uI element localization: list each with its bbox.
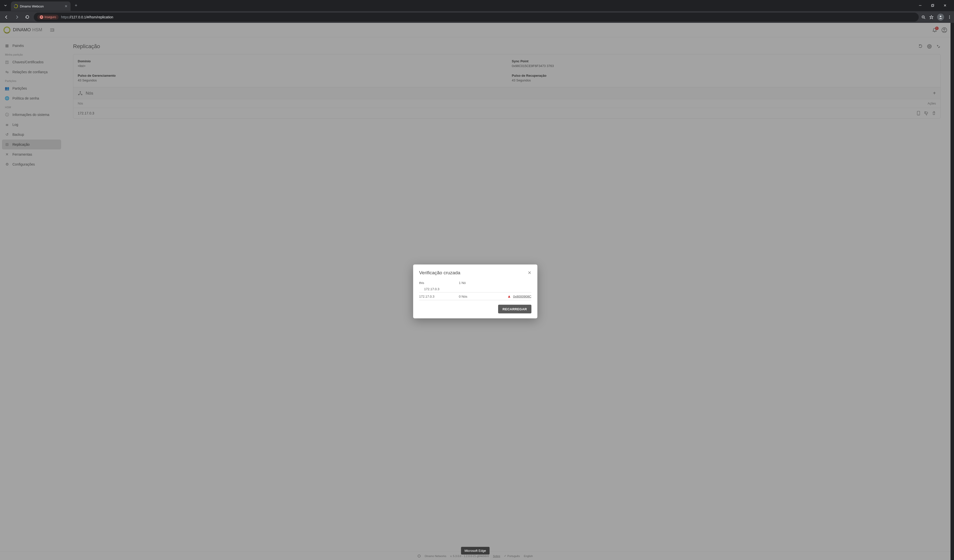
svg-point-15: [943, 28, 945, 30]
zoom-icon[interactable]: [921, 15, 926, 19]
warning-icon: ▲: [507, 294, 511, 299]
add-node-button[interactable]: +: [933, 90, 936, 96]
close-window-button[interactable]: ✕: [941, 2, 949, 9]
tools-icon: ✕: [5, 152, 9, 156]
syncpoint-label: Sync Point: [512, 59, 936, 63]
globe-icon: 🌐: [5, 96, 9, 100]
node-delete-action[interactable]: [932, 111, 936, 115]
info-pulse-rec: Pulso de Recuperação 43 Segundos: [512, 74, 936, 82]
refresh-action[interactable]: [918, 44, 923, 49]
node-row: 172.17.0.3: [73, 108, 940, 118]
sidebar-label: Backup: [12, 132, 24, 137]
back-button[interactable]: [3, 13, 11, 21]
app-header: DINAMO HSM 1: [0, 23, 951, 37]
browser-tab[interactable]: Dinamo Webcon ✕: [11, 2, 70, 11]
gear-icon: ⚙: [5, 162, 9, 166]
url-text: https://127.0.0.1/#/hsm/replication: [61, 15, 113, 19]
trust-icon: ⇆: [5, 70, 9, 74]
reload-button[interactable]: RECARREGAR: [498, 305, 532, 314]
new-tab-button[interactable]: +: [73, 2, 80, 9]
sidebar-label: Log: [12, 123, 18, 127]
modal-title: Verificação cruzada: [419, 270, 460, 275]
tab-title: Dinamo Webcon: [20, 5, 62, 8]
modal-title-row: Verificação cruzada ✕: [419, 270, 532, 275]
modal-close-button[interactable]: ✕: [528, 270, 532, 275]
check-host: this: [419, 281, 459, 285]
sidebar-item-info[interactable]: ⓘInformações do sistema: [2, 110, 61, 120]
browser-chrome: Dinamo Webcon ✕ + ✕ ✕ Inseguro https://1…: [0, 0, 954, 23]
node-detail-action[interactable]: [917, 111, 920, 115]
sidebar-collapse-button[interactable]: [50, 28, 55, 32]
check-count: 0 Nós: [459, 294, 489, 298]
svg-point-19: [80, 91, 81, 92]
log-icon: ≣: [5, 123, 9, 127]
profile-button[interactable]: [937, 14, 944, 20]
sidebar-item-replicacao[interactable]: ⊟Replicação: [2, 140, 61, 149]
check-icon: ✓: [504, 554, 506, 557]
sidebar-item-ferramentas[interactable]: ✕Ferramentas: [2, 149, 61, 159]
row-actions: [917, 111, 936, 115]
insecure-badge[interactable]: ✕ Inseguro: [37, 15, 59, 20]
sync-action[interactable]: [936, 44, 941, 49]
bookmark-icon[interactable]: [929, 15, 934, 19]
pulse-mgmt-value: 43 Segundos: [78, 78, 502, 82]
sidebar-item-chaves[interactable]: ⚿Chaves/Certificados: [2, 57, 61, 67]
lang-en[interactable]: English: [524, 555, 533, 557]
svg-point-23: [918, 114, 919, 115]
sidebar-item-paineis[interactable]: ▦Painéis: [2, 41, 61, 51]
lang-pt[interactable]: ✓Português: [504, 554, 520, 557]
sidebar-label: Partições: [12, 86, 27, 90]
sidebar-label: Replicação: [12, 143, 30, 146]
check-count: 1 Nó: [459, 281, 489, 285]
info-domain: Domínio <list>: [78, 59, 502, 68]
node-dislike-action[interactable]: [924, 111, 928, 115]
sidebar-label: Ferramentas: [12, 152, 32, 156]
replication-icon: ⊟: [5, 143, 9, 146]
favicon-icon: [13, 4, 19, 9]
svg-point-9: [949, 17, 950, 17]
app-root: DINAMO HSM 1 ▦Painéis Minha partição ⚿Ch…: [0, 23, 951, 560]
sidebar-item-backup[interactable]: ↺Backup: [2, 129, 61, 140]
address-bar[interactable]: ✕ Inseguro https://127.0.0.1/#/hsm/repli…: [34, 12, 919, 22]
maximize-button[interactable]: [929, 2, 937, 9]
sidebar-label: Configurações: [12, 162, 35, 166]
sidebar-item-relacoes[interactable]: ⇆Relações de confiança: [2, 67, 61, 77]
pulse-rec-label: Pulso de Recuperação: [512, 74, 936, 78]
sidebar-label: Política de senha: [12, 96, 39, 100]
svg-rect-2: [932, 4, 934, 6]
people-icon: 👥: [5, 86, 9, 90]
footer-about-link[interactable]: Sobre: [493, 555, 500, 557]
minimize-button[interactable]: [916, 2, 924, 9]
tab-close-button[interactable]: ✕: [65, 4, 67, 8]
nodes-section-title: Nós: [86, 91, 93, 96]
notifications-button[interactable]: 1: [932, 28, 937, 33]
reload-button[interactable]: [23, 13, 31, 21]
footer-version: v. 5.3.0.0 - 1.2.0.0-21-g64e0dc0: [450, 555, 489, 557]
check-sub-ip: 172.17.0.3: [419, 286, 532, 292]
header-right: 1: [932, 27, 947, 33]
sidebar-item-particoes[interactable]: 👥Partições: [2, 83, 61, 93]
tab-search-dropdown[interactable]: [2, 2, 9, 9]
divider: [419, 300, 532, 300]
lang-pt-label: Português: [507, 555, 520, 557]
user-menu-button[interactable]: [942, 27, 947, 33]
error-code[interactable]: 0x8000908C: [513, 294, 532, 298]
check-row-ip: 172.17.0.3 0 Nós ▲ 0x8000908C: [419, 292, 532, 300]
sidebar-section-hsm: HSM: [2, 103, 61, 110]
sidebar-item-config[interactable]: ⚙Configurações: [2, 159, 61, 169]
sidebar-item-politica[interactable]: 🌐Política de senha: [2, 93, 61, 103]
broadcast-action[interactable]: [927, 44, 932, 49]
forward-button[interactable]: [13, 13, 21, 21]
tab-strip: Dinamo Webcon ✕ + ✕: [0, 0, 954, 11]
cross-check-modal: Verificação cruzada ✕ this 1 Nó 172.17.0…: [413, 264, 537, 319]
title-actions: [918, 44, 941, 49]
sidebar-section-my-partition: Minha partição: [2, 51, 61, 57]
node-ip: 172.17.0.3: [78, 111, 94, 115]
nodes-table-head: Nós Ações: [73, 99, 940, 108]
sidebar-item-log[interactable]: ≣Log: [2, 120, 61, 129]
svg-point-7: [940, 16, 942, 17]
th-actions: Ações: [928, 102, 936, 105]
svg-point-16: [929, 46, 930, 47]
sidebar-label: Relações de confiança: [12, 70, 48, 74]
browser-menu-button[interactable]: [948, 15, 951, 19]
